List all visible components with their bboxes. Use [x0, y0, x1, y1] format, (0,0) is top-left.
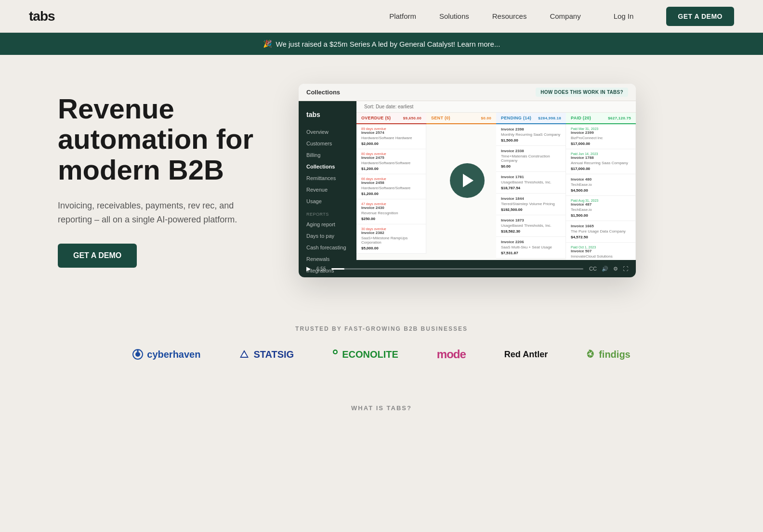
- hero-text: Revenue automation for modern B2B Invoic…: [58, 93, 260, 268]
- video-control-icons: CC 🔊 ⚙ ⛶: [589, 266, 628, 272]
- cyberhaven-icon: [132, 349, 143, 360]
- overdue-amount: $9,650.00: [403, 116, 421, 120]
- svg-point-1: [135, 352, 140, 357]
- video-container: Collections HOW DOES THIS WORK IN TABS? …: [299, 84, 636, 277]
- table-row: Invoice 1844 Tiered/Stairstep Volume Pri…: [496, 194, 566, 215]
- paid-header: PAID (20) $627,120.75: [566, 113, 636, 124]
- hero-visual: Collections HOW DOES THIS WORK IN TABS? …: [299, 84, 724, 277]
- table-row: 66 days overdue Invoice 2458 Hardware/So…: [356, 174, 426, 199]
- sent-label: SENT (0): [431, 116, 450, 120]
- logo: tabs: [29, 9, 55, 24]
- table-row: 47 days overdue Invoice 2430 Revenue Rec…: [356, 199, 426, 224]
- nav-solutions[interactable]: Solutions: [439, 12, 469, 20]
- table-row: Invoice 1781 UsageBased Thresholds, Inc.…: [496, 172, 566, 194]
- sidebar-item-revenue[interactable]: Revenue: [299, 184, 356, 195]
- cyberhaven-logo: cyberhaven: [132, 349, 200, 360]
- nav-platform[interactable]: Platform: [389, 12, 416, 20]
- sent-amount: $0.00: [481, 116, 491, 120]
- pending-header: PENDING (14) $284,998.18: [496, 113, 566, 124]
- volume-button[interactable]: 🔊: [602, 266, 608, 272]
- econolite-icon: [332, 349, 338, 360]
- sidebar-item-collections[interactable]: Collections: [299, 161, 356, 172]
- pending-label: PENDING (14): [501, 116, 531, 120]
- settings-button[interactable]: ⚙: [613, 266, 618, 272]
- overdue-header: OVERDUE (5) $9,650.00: [356, 113, 426, 124]
- redantler-text: Red Antler: [504, 350, 548, 360]
- overdue-label: OVERDUE (5): [361, 116, 391, 120]
- sidebar-item-aging[interactable]: Aging report: [299, 219, 356, 230]
- announcement-banner: 🎉 We just raised a $25m Series A led by …: [0, 33, 763, 55]
- cyberhaven-text: cyberhaven: [147, 349, 200, 360]
- video-header: Collections HOW DOES THIS WORK IN TABS?: [299, 84, 636, 101]
- econolite-text: ECONOLITE: [342, 349, 398, 360]
- sort-label: Sort: Due date: earliest: [364, 104, 413, 109]
- table-row: Invoice 2338 Time+Materials Construction…: [496, 146, 566, 172]
- table-row: Paid Jun 14, 2023 Invoice 1788 Annual Re…: [566, 149, 635, 174]
- statsig-logo: STATSIG: [239, 349, 294, 360]
- logos-row: cyberhaven STATSIG ECONOLITE mode Red An…: [39, 348, 724, 361]
- sidebar-item-billing[interactable]: Billing: [299, 149, 356, 161]
- app-main: Sort: Due date: earliest OVERDUE (5) $9,…: [356, 101, 636, 260]
- app-layout: tabs Overview Customers Billing Collecti…: [299, 101, 636, 260]
- nav-login[interactable]: Log In: [614, 12, 634, 20]
- announcement-emoji: 🎉: [263, 39, 272, 48]
- svg-point-2: [137, 350, 139, 352]
- sidebar-item-renewals[interactable]: Renewals: [299, 253, 356, 265]
- paid-body: Paid Mar 31, 2023 Invoice 2399 BizProCon…: [566, 124, 636, 260]
- sort-bar: Sort: Due date: earliest: [356, 101, 636, 113]
- overdue-body: 89 days overdue Invoice 2574 Hardware/So…: [356, 124, 426, 254]
- video-collections-tab: Collections: [306, 89, 340, 96]
- overdue-column: OVERDUE (5) $9,650.00 89 days overdue In…: [356, 113, 426, 260]
- nav-resources[interactable]: Resources: [492, 12, 527, 20]
- how-it-works-button[interactable]: HOW DOES THIS WORK IN TABS?: [536, 88, 628, 97]
- table-row: Invoice 480 TechEase.io $4,500.00: [566, 174, 635, 196]
- fullscreen-button[interactable]: ⛶: [623, 266, 628, 272]
- table-row: Invoice 2398 Monthly Recurring SaaS Comp…: [496, 124, 566, 146]
- sidebar-item-overview[interactable]: Overview: [299, 126, 356, 138]
- hero-subtitle: Invoicing, receivables, payments, rev re…: [58, 199, 260, 227]
- app-sidebar: tabs Overview Customers Billing Collecti…: [299, 101, 356, 260]
- progress-bar[interactable]: [331, 268, 583, 270]
- sidebar-item-days[interactable]: Days to pay: [299, 230, 356, 242]
- sidebar-item-remittances[interactable]: Remittances: [299, 172, 356, 184]
- paid-column: PAID (20) $627,120.75 Paid Mar 31, 2023 …: [566, 113, 636, 260]
- mode-text: mode: [437, 348, 466, 361]
- table-row: Invoice 2206 SaaS Multi-Sku + Seat Usage…: [496, 237, 566, 259]
- sidebar-section-reports: Reports: [299, 207, 356, 219]
- nav-company[interactable]: Company: [550, 12, 580, 20]
- table-row: Paid Oct 1, 2023 Invoice 507 InnovateClo…: [566, 243, 635, 260]
- sidebar-item-customers[interactable]: Customers: [299, 138, 356, 149]
- play-button[interactable]: [450, 163, 485, 198]
- findigs-icon: [586, 349, 595, 360]
- sent-header: SENT (0) $0.00: [426, 113, 496, 124]
- nav-links: Platform Solutions Resources Company Log…: [389, 7, 734, 26]
- findigs-logo: findigs: [586, 349, 631, 360]
- statsig-icon: [239, 349, 250, 360]
- table-row: 80 days overdue Invoice 2475 Hardware/So…: [356, 149, 426, 174]
- what-section: WHAT IS TABS?: [0, 390, 763, 426]
- cc-button[interactable]: CC: [589, 266, 597, 272]
- table-row: 89 days overdue Invoice 2574 Hardware/So…: [356, 124, 426, 149]
- table-row: Paid Aug 31, 2023 Invoice 487 TechEase.i…: [566, 196, 635, 221]
- what-label: WHAT IS TABS?: [14, 404, 749, 412]
- svg-point-6: [334, 351, 337, 353]
- sidebar-item-usage[interactable]: Usage: [299, 195, 356, 207]
- nav-get-demo-button[interactable]: GET A DEMO: [666, 7, 734, 26]
- table-row: Invoice 1665 The Pure Usage Data Company…: [566, 221, 635, 243]
- play-arrow-icon: [463, 174, 474, 187]
- hero-get-demo-button[interactable]: GET A DEMO: [58, 244, 137, 268]
- hero-section: Revenue automation for modern B2B Invoic…: [0, 55, 763, 306]
- findigs-text: findigs: [599, 349, 631, 360]
- table-row: 30 days overdue Invoice 2382 SaaS+Milest…: [356, 224, 426, 254]
- sidebar-item-cash[interactable]: Cash forecasting: [299, 242, 356, 253]
- sidebar-item-integrations[interactable]: Integrations: [299, 265, 356, 276]
- pending-body: Invoice 2398 Monthly Recurring SaaS Comp…: [496, 124, 566, 259]
- hero-title: Revenue automation for modern B2B: [58, 93, 260, 185]
- table-row: Invoice 1873 UsageBased Thresholds, Inc.…: [496, 215, 566, 237]
- statsig-text: STATSIG: [253, 349, 294, 360]
- pending-column: PENDING (14) $284,998.18 Invoice 2398 Mo…: [496, 113, 566, 260]
- table-row: Paid Mar 31, 2023 Invoice 2399 BizProCon…: [566, 124, 635, 149]
- econolite-logo: ECONOLITE: [332, 349, 398, 360]
- announcement-text: We just raised a $25m Series A led by Ge…: [276, 40, 500, 48]
- mode-logo: mode: [437, 348, 466, 361]
